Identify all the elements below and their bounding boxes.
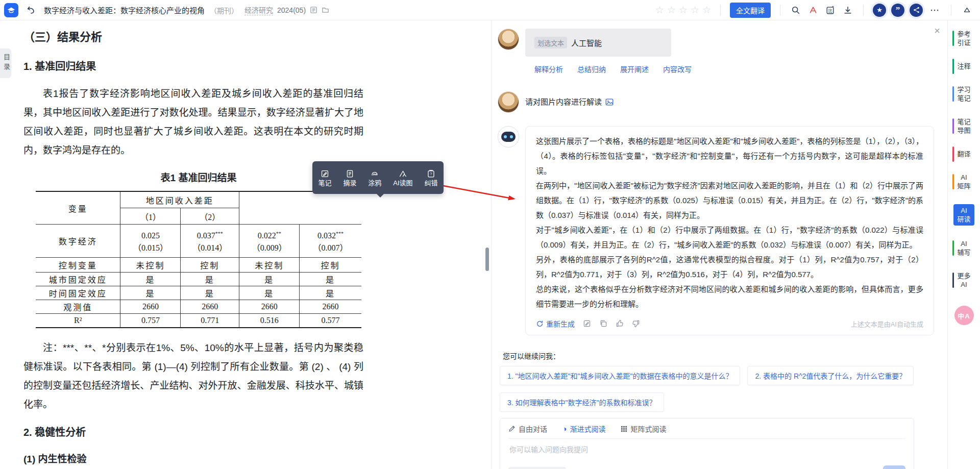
table-cell: 是: [239, 273, 300, 286]
divider: [780, 5, 780, 16]
model-selector[interactable]: DeepSeek-R1 ▾: [508, 467, 566, 469]
table-cell: 2660: [239, 300, 300, 314]
selection-toolbar: 笔记 摘录 涂鸦 AI读图 ? 纠错: [312, 161, 444, 194]
sub-heading-endogeneity: (1) 内生性检验: [23, 451, 363, 465]
sidebar-item-note-map[interactable]: 笔记导图: [957, 116, 970, 136]
toolbar-note-button[interactable]: 笔记: [317, 167, 332, 188]
table-row-label: R²: [36, 314, 120, 328]
search-icon[interactable]: [790, 4, 802, 16]
selection-tag: 划选文本: [534, 37, 567, 48]
divider: [720, 5, 721, 16]
quote-icon[interactable]: ”: [891, 4, 904, 17]
quick-actions: 解释分析 总结归纳 展开阐述 内容改写: [534, 64, 934, 74]
table-row-label: 数字经济: [36, 225, 120, 258]
table-cell: 0.757: [120, 314, 181, 328]
more-icon[interactable]: ⋯: [928, 5, 942, 16]
compare-icon[interactable]: 比: [824, 4, 837, 16]
journal-link[interactable]: 经济研究: [244, 5, 273, 15]
sidebar-item-ai-writing[interactable]: AI辅写: [957, 238, 970, 258]
star-outline-icon[interactable]: ☆: [655, 5, 664, 15]
sidebar-item-study-notes[interactable]: 学习笔记: [957, 84, 970, 104]
translate-fab-icon[interactable]: 中A: [954, 306, 974, 325]
full-text-translate-button[interactable]: 全文翻译: [730, 3, 771, 18]
sidebar-item-ai-reading[interactable]: AI研读: [953, 204, 974, 226]
follow-up-title: 您可以继续问我：: [503, 351, 934, 361]
action-rewrite[interactable]: 内容改写: [663, 64, 692, 74]
ai-avatar: [498, 126, 519, 147]
table-subheader: （1）: [120, 208, 181, 225]
table-cell: 2660: [300, 300, 361, 314]
note-icon[interactable]: [583, 319, 591, 328]
table-cell: 是: [120, 273, 181, 286]
table-cell: 是: [120, 286, 181, 300]
table-cell: 是: [181, 273, 239, 286]
suggestion-chip[interactable]: 3. 如何理解表格中"数字经济"的系数和标准误？: [500, 392, 664, 412]
tab-matrix-reading[interactable]: 矩阵式阅读: [621, 424, 666, 434]
toolbar-error-report-button[interactable]: ? 纠错: [423, 167, 438, 188]
folder-icon[interactable]: [322, 6, 329, 14]
table-row-label: 时间固定效应: [36, 286, 120, 300]
toolbar-ai-read-image-button[interactable]: AI读图: [392, 167, 413, 188]
toolbar-doodle-button[interactable]: 涂鸦: [367, 167, 382, 188]
action-summarize[interactable]: 总结归纳: [577, 64, 606, 74]
chat-mode-tabs: 自由对话 ◑ 渐进式阅读 矩阵式阅读: [508, 424, 905, 439]
table-cell: 0.032*** （0.007）: [300, 225, 361, 258]
journal-issue: 2024(05): [277, 6, 306, 14]
favorite-star-icon[interactable]: ★: [873, 4, 886, 17]
pdf-icon[interactable]: [807, 4, 819, 16]
svg-text:?: ?: [430, 172, 432, 176]
selection-message: 划选文本人工智能: [498, 29, 934, 57]
ai-response-card: 这张图片展示了一个表格，表格的标题是"地区间收入差距"和"城乡间收入差距"，表格…: [525, 126, 934, 335]
star-outline-icon[interactable]: ☆: [667, 5, 676, 15]
tab-free-chat[interactable]: 自由对话: [508, 424, 547, 434]
tab-progressive-reading[interactable]: ◑ 渐进式阅读: [562, 424, 605, 434]
question-input[interactable]: [508, 445, 908, 454]
divider: [863, 5, 864, 16]
back-undo-icon[interactable]: [27, 6, 36, 15]
document-pane: 目录 （三）结果分析 1. 基准回归结果 表1报告了数字经济影响地区间收入差距及…: [0, 20, 491, 469]
toolbar-excerpt-button[interactable]: 摘录: [342, 167, 357, 188]
table-subheader: （2）: [181, 208, 239, 225]
svg-text:比: 比: [828, 8, 832, 13]
star-outline-icon[interactable]: ☆: [679, 5, 688, 15]
table-cell: 控制: [300, 258, 361, 273]
table-cell: 0.771: [181, 314, 239, 328]
collapse-icon[interactable]: [961, 4, 973, 16]
suggestion-chip[interactable]: 2. 表格中的 R^2值代表了什么，为什么它重要？: [747, 366, 914, 385]
star-outline-icon[interactable]: ☆: [702, 5, 711, 15]
top-bar-actions: ☆ ☆ ☆ ☆ ☆ 全文翻译 比 ★ ”: [655, 3, 973, 18]
ai-paragraph: 总的来说，这个表格似乎在分析数字经济对不同地区间的收入差距和城乡间的收入差距的影…: [536, 282, 923, 311]
suggestion-chip[interactable]: 1. "地区间收入差距"和"城乡间收入差距"的数据在表格中的意义是什么？: [500, 366, 740, 385]
document-type: （期刊）: [210, 5, 238, 15]
sidebar-item-references[interactable]: 参考引证: [957, 29, 970, 48]
document-title: 数字经济与收入差距：数字经济核心产业的视角: [44, 5, 205, 15]
copy-icon[interactable]: [599, 319, 607, 328]
image-attachment-icon[interactable]: [605, 97, 614, 107]
table-group-regional: 地区间收入差距: [120, 191, 239, 208]
send-button[interactable]: [883, 465, 905, 469]
catalog-icon[interactable]: [310, 6, 317, 14]
sidebar-item-translate[interactable]: 翻译: [957, 149, 970, 159]
user-message-text: 请对图片内容进行解读: [525, 91, 602, 113]
table-row-label: 城市固定效应: [36, 273, 120, 286]
action-explain[interactable]: 解释分析: [534, 64, 563, 74]
sidebar-item-ai-matrix[interactable]: AI矩阵: [957, 172, 970, 191]
thumbs-down-icon[interactable]: [632, 319, 640, 328]
chat-input-card: 自由对话 ◑ 渐进式阅读 矩阵式阅读: [500, 418, 914, 469]
sidebar-item-more-ai[interactable]: 更多AI: [957, 270, 970, 290]
scrollbar-thumb[interactable]: [485, 248, 489, 271]
app-logo-icon[interactable]: [4, 3, 18, 17]
download-icon[interactable]: [842, 4, 854, 16]
sidebar-item-annotations[interactable]: 注释: [957, 61, 970, 71]
ai-paragraph: 这张图片展示了一个表格，表格的标题是"地区间收入差距"和"城乡间收入差距"，表格…: [536, 134, 923, 178]
user-avatar: [498, 29, 519, 50]
action-elaborate[interactable]: 展开阐述: [620, 64, 649, 74]
table-cell: 未控制: [120, 258, 181, 273]
ai-paragraph: 另外，表格的底部展示了各列的R^2值，这通常代表模型的拟合程度。对于（1）列，R…: [536, 252, 923, 282]
regenerate-button[interactable]: 重新生成: [536, 318, 575, 329]
thumbs-up-icon[interactable]: [616, 319, 624, 328]
rating-stars[interactable]: ☆ ☆ ☆ ☆ ☆: [655, 5, 711, 15]
star-outline-icon[interactable]: ☆: [691, 5, 699, 15]
share-icon[interactable]: [910, 4, 923, 17]
toc-tab[interactable]: 目录: [0, 48, 11, 78]
